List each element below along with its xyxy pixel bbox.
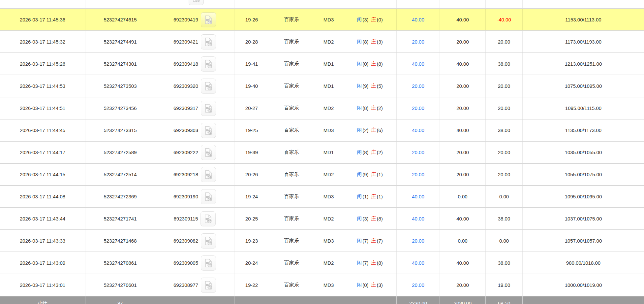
game-round-id-cell: 692309005 — [155, 252, 234, 274]
subtotal-bet-total: 2230.00 — [397, 296, 440, 304]
balance-before-after: 1173.00/1193.00 — [523, 31, 644, 52]
bet-amount-link[interactable]: 20.00 — [397, 274, 440, 296]
bet-amount-link[interactable]: 40.00 — [397, 252, 440, 274]
table-row[interactable]: 2026-03-17 11:44:15 523274272514 6923092… — [0, 164, 644, 186]
game-round-id-cell: 692309421 — [155, 31, 234, 52]
video-replay-button[interactable] — [201, 233, 216, 249]
banker-label: 庄 — [371, 149, 376, 155]
bet-amount-link[interactable]: 20.00 — [397, 75, 440, 97]
table-row[interactable]: 2026-03-17 11:44:17 523274272589 6923092… — [0, 142, 644, 164]
bet-amount-link[interactable]: 40.00 — [397, 186, 440, 207]
valid-bet: 40.00 — [440, 208, 486, 229]
banker-label: 庄 — [371, 260, 376, 266]
game-result: 闲 (7) 庄 (7) — [343, 230, 397, 252]
table-row[interactable]: 百家乐 闲 ( ) 庄 ( ) — [0, 0, 644, 9]
video-film-icon — [204, 258, 213, 268]
player-count: (7) — [362, 260, 368, 266]
table-row[interactable]: 2026-03-17 11:43:09 523274270861 6923090… — [0, 252, 644, 274]
table-row[interactable]: 2026-03-17 11:43:44 523274271741 6923091… — [0, 208, 644, 230]
player-count: (3) — [362, 17, 368, 22]
order-id: 523274273315 — [85, 119, 155, 141]
video-replay-button[interactable] — [201, 34, 216, 50]
bet-amount-link[interactable]: 20.00 — [397, 230, 440, 252]
room-code: MD3 — [314, 230, 343, 252]
table-row[interactable]: 2026-03-17 11:45:32 523274274491 6923094… — [0, 31, 644, 53]
game-round-id: 692309320 — [173, 83, 198, 89]
valid-bet: 40.00 — [440, 119, 486, 141]
bet-amount-link[interactable]: 40.00 — [397, 208, 440, 229]
game-result: 闲 ( ) 庄 ( ) — [343, 0, 397, 8]
balance-before-after: 1153.00/1113.00 — [523, 9, 644, 30]
game-round-id: 692309222 — [173, 150, 198, 155]
video-replay-button[interactable] — [201, 101, 216, 116]
order-id: 523274273503 — [85, 75, 155, 97]
bet-time: 2026-03-17 11:43:09 — [0, 252, 85, 274]
game-round-id-cell: 692309082 — [155, 230, 234, 252]
table-row[interactable]: 2026-03-17 11:44:08 523274272369 6923091… — [0, 186, 644, 208]
player-label: 闲 — [357, 238, 362, 244]
video-replay-button[interactable] — [201, 79, 216, 94]
video-replay-button[interactable] — [201, 123, 216, 138]
video-film-icon — [204, 59, 213, 69]
banker-count: (0) — [377, 17, 383, 22]
valid-bet: 20.00 — [440, 97, 486, 119]
bet-amount-link[interactable]: 20.00 — [397, 142, 440, 163]
game-round-id: 692309082 — [173, 238, 198, 244]
table-row[interactable]: 2026-03-17 11:44:53 523274273503 6923093… — [0, 75, 644, 97]
game-round-id: 692309005 — [173, 260, 198, 266]
table-round: 19-39 — [234, 142, 269, 163]
player-label: 闲 — [357, 39, 362, 45]
win-loss: 38.00 — [486, 208, 523, 229]
table-row[interactable]: 2026-03-17 11:45:36 523274274615 6923094… — [0, 9, 644, 31]
bet-time: 2026-03-17 11:45:26 — [0, 53, 85, 75]
bet-amount-link[interactable]: 40.00 — [397, 119, 440, 141]
game-result: 闲 (3) 庄 (0) — [343, 9, 397, 30]
bet-amount-link[interactable]: 40.00 — [397, 9, 440, 30]
video-replay-button[interactable] — [201, 167, 216, 182]
valid-bet: 40.00 — [440, 9, 486, 30]
room-code: MD2 — [314, 252, 343, 274]
banker-count: (3) — [377, 282, 383, 288]
video-replay-button[interactable] — [200, 211, 216, 226]
video-film-icon — [204, 170, 213, 180]
video-replay-button[interactable] — [189, 0, 204, 5]
player-label: 闲 — [357, 61, 362, 67]
bet-amount-link[interactable]: 20.00 — [397, 97, 440, 119]
video-replay-button[interactable] — [201, 189, 216, 204]
bet-amount-link[interactable] — [397, 0, 440, 8]
table-row[interactable]: 2026-03-17 11:44:51 523274273456 6923093… — [0, 97, 644, 119]
bet-amount-link[interactable]: 20.00 — [397, 31, 440, 52]
win-loss: 20.00 — [486, 142, 523, 163]
game-name: 百家乐 — [269, 9, 314, 30]
balance-before-after: 1037.00/1075.00 — [523, 208, 644, 229]
valid-bet — [440, 0, 486, 8]
bet-amount-link[interactable]: 20.00 — [397, 164, 440, 185]
balance-before-after: 1095.00/1095.00 — [523, 186, 644, 207]
game-name: 百家乐 — [269, 186, 314, 207]
banker-count: (8) — [377, 216, 383, 221]
video-replay-button[interactable] — [201, 255, 216, 271]
table-row[interactable]: 2026-03-17 11:43:33 523274271468 6923090… — [0, 230, 644, 252]
game-name: 百家乐 — [269, 252, 314, 274]
table-row[interactable]: 2026-03-17 11:43:01 523274270601 6923089… — [0, 274, 644, 296]
player-label: 闲 — [357, 83, 362, 89]
win-loss: 0.00 — [486, 230, 523, 252]
banker-count: (1) — [377, 194, 383, 199]
game-name: 百家乐 — [269, 97, 314, 119]
video-replay-button[interactable] — [201, 56, 216, 72]
video-replay-button[interactable] — [201, 12, 216, 27]
bet-amount-link[interactable]: 40.00 — [397, 53, 440, 75]
video-film-icon — [204, 214, 212, 224]
bet-time: 2026-03-17 11:45:36 — [0, 9, 85, 30]
game-result: 闲 (9) 庄 (1) — [343, 164, 397, 185]
video-replay-button[interactable] — [201, 145, 216, 160]
game-round-id: 692309418 — [173, 61, 198, 67]
partially-scrolled-row: 百家乐 闲 ( ) 庄 ( ) — [0, 0, 644, 9]
table-row[interactable]: 2026-03-17 11:44:45 523274273315 6923093… — [0, 119, 644, 142]
game-round-id: 692309218 — [173, 172, 198, 177]
video-film-icon — [204, 81, 213, 91]
banker-count: (8) — [377, 61, 383, 67]
win-loss: 38.00 — [486, 119, 523, 141]
video-replay-button[interactable] — [201, 278, 216, 293]
table-row[interactable]: 2026-03-17 11:45:26 523274274301 6923094… — [0, 53, 644, 75]
